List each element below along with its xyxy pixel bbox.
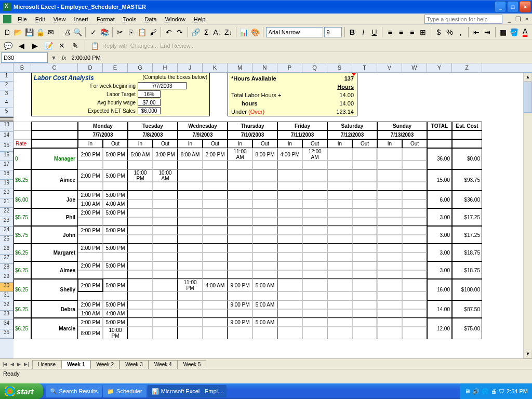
time-cell[interactable] xyxy=(277,217,302,226)
time-cell[interactable]: 4:00 AM xyxy=(103,309,128,318)
last-tab-button[interactable]: ▶| xyxy=(22,362,30,367)
menu-data[interactable]: Data xyxy=(140,15,161,23)
menu-edit[interactable]: Edit xyxy=(31,15,49,23)
time-cell[interactable] xyxy=(128,252,153,261)
time-cell[interactable] xyxy=(302,235,327,244)
research-icon[interactable]: 📚 xyxy=(99,26,109,38)
start-button[interactable]: start xyxy=(0,383,43,399)
row-header-33[interactable]: 33 xyxy=(0,311,14,320)
employee-name[interactable]: Joe xyxy=(31,191,78,208)
time-cell[interactable]: 4:00 AM xyxy=(203,279,228,291)
horizontal-scrollbar[interactable] xyxy=(208,360,532,368)
time-cell[interactable] xyxy=(203,252,228,261)
print-icon[interactable]: 🖨 xyxy=(62,26,72,38)
rate-cell[interactable]: $6.25 xyxy=(14,318,31,339)
time-cell[interactable] xyxy=(153,208,178,217)
employee-name[interactable]: Margaret xyxy=(31,244,78,261)
clock[interactable]: 2:54 PM xyxy=(507,388,528,394)
time-cell[interactable] xyxy=(78,235,103,244)
time-cell[interactable] xyxy=(252,200,277,208)
time-cell[interactable] xyxy=(103,182,128,191)
time-cell[interactable]: 10:00 AM xyxy=(153,169,178,182)
time-cell[interactable] xyxy=(103,217,128,226)
time-cell[interactable] xyxy=(128,300,153,309)
open-icon[interactable]: 📂 xyxy=(13,26,23,38)
permission-icon[interactable]: 🔒 xyxy=(35,26,45,38)
column-header-B[interactable]: B xyxy=(14,63,31,72)
decrease-indent-icon[interactable]: ⇤ xyxy=(471,26,481,38)
time-cell[interactable]: 5:00 PM xyxy=(103,318,128,327)
time-cell[interactable] xyxy=(277,235,302,244)
cost-cell[interactable]: $17.25 xyxy=(452,226,482,244)
cut-icon[interactable]: ✂ xyxy=(115,26,125,38)
rate-cell[interactable]: $5.75 xyxy=(14,208,31,226)
time-cell[interactable] xyxy=(252,208,277,217)
time-cell[interactable] xyxy=(78,252,103,261)
scroll-up-button[interactable]: ▲ xyxy=(524,73,532,82)
system-tray[interactable]: 🖥 🔊 🌐 🖨 🛡 2:54 PM xyxy=(460,383,532,399)
close-button[interactable]: × xyxy=(520,1,531,12)
time-cell[interactable] xyxy=(352,169,377,182)
align-right-icon[interactable]: ≡ xyxy=(407,26,417,38)
time-cell[interactable] xyxy=(203,226,228,235)
undo-icon[interactable]: ↶ xyxy=(164,26,174,38)
first-tab-button[interactable]: |◀ xyxy=(1,362,9,367)
time-cell[interactable] xyxy=(153,279,178,291)
time-cell[interactable] xyxy=(128,161,153,169)
spelling-icon[interactable]: ✓ xyxy=(88,26,98,38)
time-cell[interactable] xyxy=(327,261,352,270)
employee-name[interactable]: John xyxy=(31,226,78,244)
time-cell[interactable] xyxy=(402,300,427,309)
employee-name[interactable]: Manager xyxy=(31,148,78,169)
time-cell[interactable] xyxy=(153,182,178,191)
time-cell[interactable] xyxy=(153,291,178,300)
employee-name[interactable]: Phil xyxy=(31,208,78,226)
column-header-P[interactable]: P xyxy=(277,63,302,72)
time-cell[interactable] xyxy=(327,217,352,226)
total-cell[interactable]: 6.00 xyxy=(427,191,452,208)
time-cell[interactable] xyxy=(402,318,427,327)
time-cell[interactable] xyxy=(377,327,402,339)
email-icon[interactable]: ✉ xyxy=(46,26,56,38)
time-cell[interactable]: 5:00 AM xyxy=(252,279,277,291)
time-cell[interactable] xyxy=(228,161,252,169)
tray-icon[interactable]: 🖥 xyxy=(464,388,470,394)
time-cell[interactable] xyxy=(352,318,377,327)
time-cell[interactable] xyxy=(228,191,252,200)
time-cell[interactable] xyxy=(203,327,228,339)
time-cell[interactable] xyxy=(327,226,352,235)
time-cell[interactable] xyxy=(352,217,377,226)
time-cell[interactable] xyxy=(252,327,277,339)
cells-area[interactable]: Labor Cost Analysis (Complete the boxes … xyxy=(14,73,532,358)
merge-icon[interactable]: ⊞ xyxy=(418,26,428,38)
total-cell[interactable]: 3.00 xyxy=(427,208,452,226)
employee-name[interactable]: Shelly xyxy=(31,279,78,300)
time-cell[interactable]: 2:00 PM xyxy=(78,226,103,235)
time-cell[interactable] xyxy=(302,169,327,182)
time-cell[interactable]: 2:00 PM xyxy=(78,244,103,252)
time-cell[interactable]: 2:00 PM xyxy=(78,300,103,309)
time-cell[interactable]: 5:00 PM xyxy=(103,191,128,200)
delete-comment-icon[interactable]: ✕ xyxy=(56,40,68,51)
sort-asc-icon[interactable]: A↓ xyxy=(212,26,222,38)
time-cell[interactable] xyxy=(302,208,327,217)
time-cell[interactable]: 11:00 AM xyxy=(228,148,252,161)
total-cell[interactable]: 12.00 xyxy=(427,318,452,339)
time-cell[interactable] xyxy=(153,191,178,200)
time-cell[interactable] xyxy=(352,191,377,200)
time-cell[interactable] xyxy=(402,217,427,226)
time-cell[interactable] xyxy=(352,182,377,191)
time-cell[interactable] xyxy=(153,318,178,327)
time-cell[interactable] xyxy=(228,244,252,252)
time-cell[interactable]: 10:00 PM xyxy=(103,327,128,339)
time-cell[interactable] xyxy=(178,300,203,309)
doc-close-button[interactable]: × xyxy=(523,16,531,23)
total-cell[interactable]: 3.00 xyxy=(427,244,452,261)
taskbar-item[interactable]: 🔍Search Results xyxy=(46,385,102,397)
rate-cell[interactable]: $6.25 xyxy=(14,169,31,191)
time-cell[interactable] xyxy=(203,161,228,169)
copy-icon[interactable]: ⎘ xyxy=(126,26,136,38)
sort-desc-icon[interactable]: Z↓ xyxy=(223,26,233,38)
menu-window[interactable]: Window xyxy=(161,15,190,23)
time-cell[interactable] xyxy=(78,291,103,300)
